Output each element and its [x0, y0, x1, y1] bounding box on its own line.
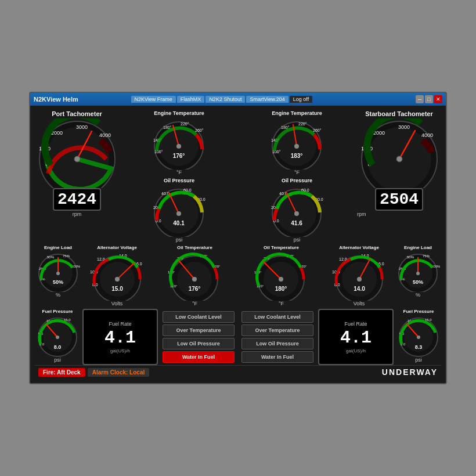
oil-temp-port-gauge: 120° 170° 220° 270° 320° 176° [164, 251, 225, 301]
alarm-low-coolant-stbd[interactable]: Low Coolant Level [241, 311, 313, 323]
svg-text:4000: 4000 [99, 132, 110, 138]
port-tach-gauge: 0 1000 2000 3000 4000 [37, 118, 118, 188]
alt-voltage-port: Alternator Voltage 8.0 10.0 12.0 14.0 16… [84, 245, 150, 306]
fuel-rate-port-unit: gal(US)/h [110, 348, 130, 354]
svg-point-116 [416, 272, 420, 275]
alt-voltage-stbd: Alternator Voltage 8.0 10.0 12.0 14.0 16… [326, 245, 392, 306]
engine-temp-port-gauge: 100° 140° 180° 220° 260° [149, 117, 210, 170]
fuel-rate-port-label: Fuel Rate [109, 321, 131, 327]
engine-load-stbd-gauge: 0% 25% 50% 75% 100% 50% [396, 251, 440, 292]
svg-text:183°: 183° [291, 153, 303, 159]
alarm-status: Alarm Clock: Local [88, 368, 150, 377]
oil-pressure-stbd-gauge: 0.0 20.0 40.0 60.0 80.0 41.6 [266, 185, 327, 237]
svg-text:4000: 4000 [421, 132, 432, 138]
engine-load-stbd-unit: % [416, 292, 420, 298]
engine-load-stbd: Engine Load 0% 25% 50% 75% 100% 50% % [395, 245, 441, 306]
engine-temp-port-unit: °F [176, 170, 182, 175]
oil-pressure-stbd-unit: psi [294, 237, 301, 243]
svg-point-86 [192, 277, 197, 282]
tab-1[interactable]: FlashMX [177, 96, 205, 103]
alt-voltage-stbd-gauge: 8.0 10.0 12.0 14.0 16.0 14.0 [327, 251, 391, 301]
fuel-pressure-port-gauge: 0.0 5.0 10.0 15.0 8.0 [36, 315, 79, 357]
engine-load-stbd-label: Engine Load [404, 245, 432, 250]
alt-voltage-port-gauge: 8.0 10.0 12.0 14.0 16.0 15.0 [85, 251, 149, 301]
engine-load-port-unit: % [56, 292, 60, 298]
svg-text:50%: 50% [47, 255, 55, 259]
svg-point-27 [294, 144, 299, 149]
alarm-water-in-fuel-stbd[interactable]: Water In Fuel [241, 351, 313, 363]
fuel-rate-stbd-value: 4.1 [340, 328, 372, 348]
titlebar: N2KView Helm N2KView Frame FlashMX N2K2 … [30, 93, 446, 106]
fuel-rate-port: Fuel Rate 4.1 gal(US)/h [82, 309, 158, 365]
window-title: N2KView Helm [34, 96, 128, 103]
alarm-low-oil-stbd[interactable]: Low Oil Pressure [241, 338, 313, 349]
svg-text:220°: 220° [298, 122, 307, 126]
tab-4[interactable]: Log off [290, 96, 312, 103]
fuel-pressure-port-unit: psi [54, 357, 61, 363]
svg-point-106 [357, 277, 362, 282]
svg-text:15.0: 15.0 [111, 286, 123, 292]
oil-pressure-port-gauge: 0.0 20.0 40.0 60.0 80.0 [149, 185, 210, 237]
tab-0[interactable]: N2KView Frame [131, 96, 176, 103]
minimize-button[interactable]: ─ [416, 95, 424, 103]
svg-point-37 [176, 211, 181, 216]
svg-text:8.0: 8.0 [54, 344, 62, 350]
alarm-panel-port: Low Coolant Level Over Temperature Low O… [160, 309, 237, 365]
engine-temp-port: Engine Temperature 100° 140° 180° 220° 2… [121, 110, 237, 175]
alarm-over-temp-port[interactable]: Over Temperature [163, 324, 235, 336]
oil-temp-port: Oil Temperature 120° 170° 220° 270° 320°… [153, 245, 237, 306]
tab-2[interactable]: N2K2 Shutout [205, 96, 245, 103]
svg-text:50%: 50% [407, 255, 414, 259]
svg-text:176°: 176° [173, 153, 185, 159]
alarm-low-oil-port[interactable]: Low Oil Pressure [163, 338, 235, 349]
fuel-pressure-port: Fuel Pressure 0.0 5.0 10.0 15.0 8.0 psi [35, 309, 80, 365]
svg-text:41.6: 41.6 [291, 220, 302, 226]
svg-text:14.0: 14.0 [354, 286, 365, 292]
svg-point-76 [115, 277, 120, 282]
alt-voltage-stbd-unit: Volts [354, 301, 365, 306]
fuel-pressure-port-label: Fuel Pressure [42, 309, 73, 314]
engine-load-port-gauge: 0% 25% 50% 75% 100% 50% [37, 251, 80, 292]
svg-text:260°: 260° [313, 128, 322, 132]
main-panel: Port Tachometer 0 1000 2000 3000 4000 [30, 106, 446, 383]
fuel-rate-stbd: Fuel Rate 4.1 gal(US)/h [318, 309, 394, 365]
oil-pressure-port-label: Oil Pressure [164, 178, 194, 183]
svg-point-96 [279, 277, 283, 282]
oil-temp-port-label: Oil Temperature [177, 245, 212, 250]
tab-3[interactable]: SmartView.204 [246, 96, 288, 103]
svg-text:50%: 50% [412, 279, 423, 285]
close-button[interactable]: ✕ [434, 95, 442, 103]
status-left: Fire: Aft Deck Alarm Clock: Local [38, 368, 149, 377]
stbd-tach-gauge: 0 1000 2000 3000 4000 [359, 118, 440, 188]
engine-load-port-label: Engine Load [44, 245, 72, 250]
oil-temp-stbd-unit: °F [279, 301, 284, 306]
alt-voltage-stbd-label: Alternator Voltage [339, 245, 379, 250]
stbd-tach-label: Starboard Tachometer [365, 110, 433, 117]
fuel-pressure-stbd-label: Fuel Pressure [403, 309, 434, 314]
svg-text:180°: 180° [275, 286, 287, 292]
stbd-tach-unit: rpm [357, 211, 441, 217]
alarm-over-temp-stbd[interactable]: Over Temperature [241, 324, 313, 336]
svg-text:176°: 176° [189, 286, 201, 292]
alarm-low-coolant-port[interactable]: Low Coolant Level [163, 311, 235, 323]
stbd-tach-value: 2504 [375, 188, 423, 211]
oil-pressure-stbd: Oil Pressure 0.0 20.0 40.0 60.0 80.0 [239, 178, 355, 243]
svg-text:75%: 75% [63, 254, 70, 258]
svg-point-47 [294, 211, 299, 216]
svg-text:75%: 75% [423, 254, 430, 258]
alarm-water-in-fuel-port[interactable]: Water In Fuel [163, 351, 235, 363]
fuel-pressure-stbd-gauge: 0.0 5.0 10.0 15.0 8.3 [397, 315, 440, 357]
tab-bar: N2KView Frame FlashMX N2K2 Shutout Smart… [131, 96, 413, 103]
svg-point-17 [176, 144, 181, 149]
starboard-tachometer: Starboard Tachometer 0 1000 2000 3000 40… [357, 110, 441, 243]
engine-temp-stbd-unit: °F [294, 170, 300, 175]
svg-text:260°: 260° [195, 128, 204, 132]
svg-text:50%: 50% [52, 279, 63, 285]
svg-point-57 [396, 156, 402, 162]
fire-status: Fire: Aft Deck [38, 368, 85, 377]
fuel-rate-port-value: 4.1 [104, 328, 136, 348]
svg-point-125 [56, 336, 59, 339]
engine-temp-stbd: Engine Temperature 100° 140° 180° 220° 2… [239, 110, 355, 175]
alarm-panel-stbd: Low Coolant Level Over Temperature Low O… [239, 309, 316, 365]
maximize-button[interactable]: □ [425, 95, 433, 103]
